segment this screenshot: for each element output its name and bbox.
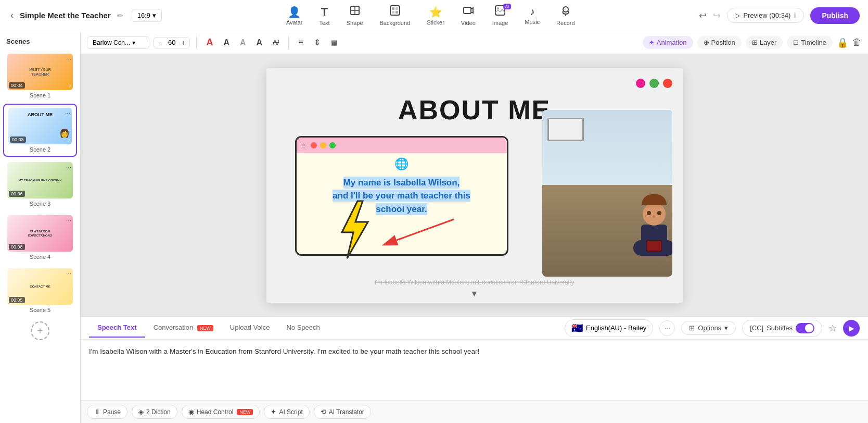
head-control-button[interactable]: ◉ Head Control NEW [182,405,260,419]
tab-upload-voice[interactable]: Upload Voice [222,318,278,338]
stage-dots [636,79,672,88]
shape-tool[interactable]: Shape [339,3,371,28]
tab-no-speech[interactable]: No Speech [278,318,328,338]
scene-2-thumbnail: ABOUT ME 👩 00:08 ♪ ··· [8,108,72,144]
animation-button[interactable]: ✦ Animation [643,36,693,49]
font-color-4-button[interactable]: A [253,36,266,49]
scene-1-thumbnail: MEET YOUR TEACHER 00:04 ♪ ··· [7,54,73,90]
browser-maximize-btn [329,142,336,148]
layer-button[interactable]: ⊞ Layer [746,36,783,49]
sidebar-item-scene-5[interactable]: CONTACT ME 00:05 ··· Scene 5 [3,265,77,316]
redo-button[interactable]: ↪ [713,10,721,21]
svg-marker-14 [342,201,368,258]
speech-text-content[interactable]: I'm Isabella Wilson with a Master's in E… [81,340,868,400]
scene-2-dots: ··· [65,109,70,117]
conversation-new-badge: NEW [197,325,213,331]
font-color-button[interactable]: A [203,35,216,50]
sidebar-item-scene-3[interactable]: MY TEACHING PHILOSOPHY 00:06 ··· Scene 3 [3,159,77,210]
divider-2 [288,36,289,49]
top-navigation: ‹ Simple Meet the Teacher ✏ 16:9 ▾ 👤 Ava… [0,0,868,31]
scroll-down-arrow[interactable]: ▼ [470,289,479,298]
nav-right-controls: ↩ ↪ ▷ Preview (00:34) ℹ Publish [699,7,860,24]
timeline-button[interactable]: ⊡ Timeline [787,36,833,49]
red-arrow-element [371,209,475,251]
canvas-stage[interactable]: ABOUT ME ⌂ 🌐 My name is Isabella Wilson,… [266,68,683,303]
bottom-toolbar: ⏸ Pause ◈ 2 Diction ◉ Head Control NEW ✦… [81,400,868,423]
lock-button[interactable]: 🔒 [837,37,848,48]
svg-rect-5 [395,7,398,10]
preview-button[interactable]: ▷ Preview (00:34) ℹ [727,8,804,23]
scene-1-time: 00:04 [9,82,25,89]
record-tool[interactable]: Record [549,3,582,28]
background-icon [389,5,401,19]
text-align-button[interactable]: ≡ [295,36,306,49]
sidebar-item-scene-2[interactable]: ABOUT ME 👩 00:08 ♪ ··· Scene 2 [3,104,77,157]
play-speech-button[interactable]: ▶ [843,320,860,337]
line-height-button[interactable]: ⇕ [311,35,324,49]
voice-flag-icon: 🇦🇺 [571,322,583,334]
font-strikethrough-button[interactable]: A/ [270,36,282,48]
diction-button[interactable]: ◈ 2 Diction [132,405,177,419]
subtitles-toggle[interactable] [796,323,814,333]
position-button[interactable]: ⊕ Position [697,36,742,49]
publish-button[interactable]: Publish [810,7,860,24]
voice-more-button[interactable]: ··· [659,320,675,336]
svg-rect-4 [392,7,394,10]
speech-tabs: Speech Text Conversation NEW Upload Voic… [81,317,868,340]
browser-titlebar: ⌂ [297,138,507,153]
edit-title-icon[interactable]: ✏ [117,11,123,20]
sticker-tool[interactable]: ⭐ Sticker [419,4,452,28]
subtitles-button[interactable]: [CC] Subtitles [742,320,822,337]
ai-translator-button[interactable]: ⟲ AI Translator [314,405,371,419]
add-scene-button[interactable]: + [31,321,49,340]
tab-conversation[interactable]: Conversation NEW [145,318,222,338]
teacher-image[interactable] [542,110,672,277]
sticker-icon: ⭐ [429,6,442,18]
pause-icon: ⏸ [94,408,100,416]
layer-icon: ⊞ [752,39,758,46]
sidebar-item-scene-1[interactable]: MEET YOUR TEACHER 00:04 ♪ ··· Scene 1 [3,51,77,102]
format-toolbar: Barlow Con... ▾ − 60 + A A A A A/ ≡ ⇕ ▦ … [81,31,868,54]
scene-5-time: 00:05 [9,297,25,303]
teacher-illustration [542,110,672,277]
font-size-increase[interactable]: + [180,39,186,47]
video-tool[interactable]: Video [454,3,483,28]
sidebar-item-scene-4[interactable]: CLASSROOM EXPECTATIONS 00:08 ··· Scene 4 [3,212,77,263]
canvas-area: Barlow Con... ▾ − 60 + A A A A A/ ≡ ⇕ ▦ … [81,31,868,423]
svg-point-12 [563,7,568,12]
scene-2-label: Scene 2 [8,146,72,153]
font-size-decrease[interactable]: − [157,39,163,47]
options-button[interactable]: ⊞ Options ▾ [681,321,736,335]
svg-rect-6 [392,11,394,14]
tab-speech-text[interactable]: Speech Text [89,318,145,338]
svg-rect-8 [464,7,471,14]
shape-icon [349,5,361,19]
aspect-ratio-select[interactable]: 16:9 ▾ [132,9,162,22]
pause-button[interactable]: ⏸ Pause [87,405,127,419]
scene-4-label: Scene 4 [7,254,73,260]
ai-script-button[interactable]: ✦ AI Script [264,405,309,419]
font-color-2-button[interactable]: A [220,36,233,49]
avatar-tool[interactable]: 👤 Avatar [279,4,310,28]
music-tool[interactable]: ♪ Music [517,4,547,27]
ai-badge: AI [503,4,512,9]
voice-selector[interactable]: 🇦🇺 English(AU) - Bailey [565,319,653,337]
font-color-3-button[interactable]: A [237,36,249,49]
scenes-sidebar: Scenes MEET YOUR TEACHER 00:04 ♪ ··· Sce… [0,31,81,423]
scene-5-thumbnail: CONTACT ME 00:05 ··· [7,268,73,305]
red-dot [663,79,672,88]
image-tool[interactable]: AI Image [485,3,516,28]
position-icon: ⊕ [704,39,709,46]
delete-element-button[interactable]: 🗑 [852,37,862,48]
svg-rect-7 [395,11,398,14]
options-chevron-icon: ▾ [724,324,728,332]
green-dot [649,79,659,88]
back-button[interactable]: ‹ [8,8,16,23]
text-tool[interactable]: T Text [312,3,337,28]
font-family-select[interactable]: Barlow Con... ▾ [87,36,149,49]
letter-spacing-button[interactable]: ▦ [328,36,341,48]
undo-button[interactable]: ↩ [699,10,707,21]
favorite-button[interactable]: ☆ [828,322,837,334]
scenes-header: Scenes [0,31,80,49]
background-tool[interactable]: Background [373,3,418,28]
